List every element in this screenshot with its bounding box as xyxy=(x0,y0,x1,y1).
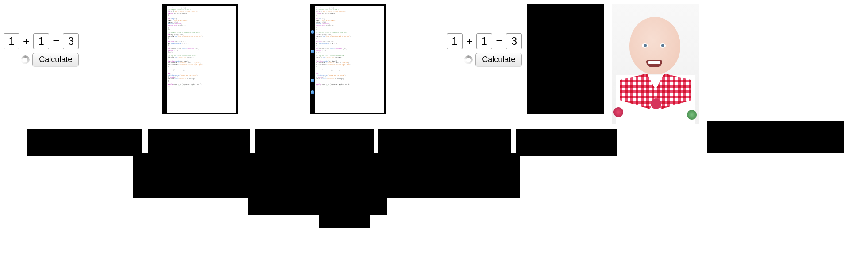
calculate-button[interactable]: Calculate xyxy=(475,53,522,66)
breakpoint-icon[interactable] xyxy=(311,50,314,53)
operator-plus: + xyxy=(23,35,30,48)
child-photo xyxy=(612,4,699,124)
code-content: function compute(a,b){ // compute result… xyxy=(315,6,384,113)
redaction-bar xyxy=(148,129,250,156)
calculator-widget: 1 + 1 = 3 Calculate xyxy=(4,33,79,66)
operator-plus: + xyxy=(466,35,473,48)
redaction-bar xyxy=(319,208,370,228)
equals-sign: = xyxy=(53,35,59,48)
calculator-expression-row: 1 + 1 = 3 xyxy=(447,33,522,49)
breakpoint-gutter[interactable] xyxy=(310,4,315,114)
calculator-button-row: Calculate xyxy=(21,53,79,66)
result-output: 3 xyxy=(63,33,79,49)
equals-sign: = xyxy=(496,35,502,48)
result-output: 3 xyxy=(506,33,522,49)
redaction-bar xyxy=(516,129,617,156)
breakpoint-icon[interactable] xyxy=(311,30,314,34)
redaction-bar xyxy=(27,129,142,156)
operand-2-input[interactable]: 1 xyxy=(476,33,492,49)
calculate-button[interactable]: Calculate xyxy=(32,53,79,66)
spinner-icon xyxy=(21,55,30,64)
breakpoint-icon[interactable] xyxy=(311,90,314,94)
operand-2-input[interactable]: 1 xyxy=(33,33,49,49)
redaction-bar xyxy=(707,121,844,153)
spinner-icon xyxy=(464,55,473,64)
code-editor-thumbnail-breakpoints: function compute(a,b){ // compute result… xyxy=(310,4,386,114)
calculator-widget: 1 + 1 = 3 Calculate xyxy=(447,33,522,66)
operand-1-input[interactable]: 1 xyxy=(4,33,19,49)
redacted-image-block xyxy=(527,4,604,114)
calculator-expression-row: 1 + 1 = 3 xyxy=(4,33,79,49)
operand-1-input[interactable]: 1 xyxy=(447,33,463,49)
code-content: function compute(a,b){ // compute result… xyxy=(167,6,236,113)
breakpoint-icon[interactable] xyxy=(311,79,314,82)
calculator-button-row: Calculate xyxy=(464,53,522,66)
code-editor-thumbnail: function compute(a,b){ // compute result… xyxy=(162,4,238,114)
